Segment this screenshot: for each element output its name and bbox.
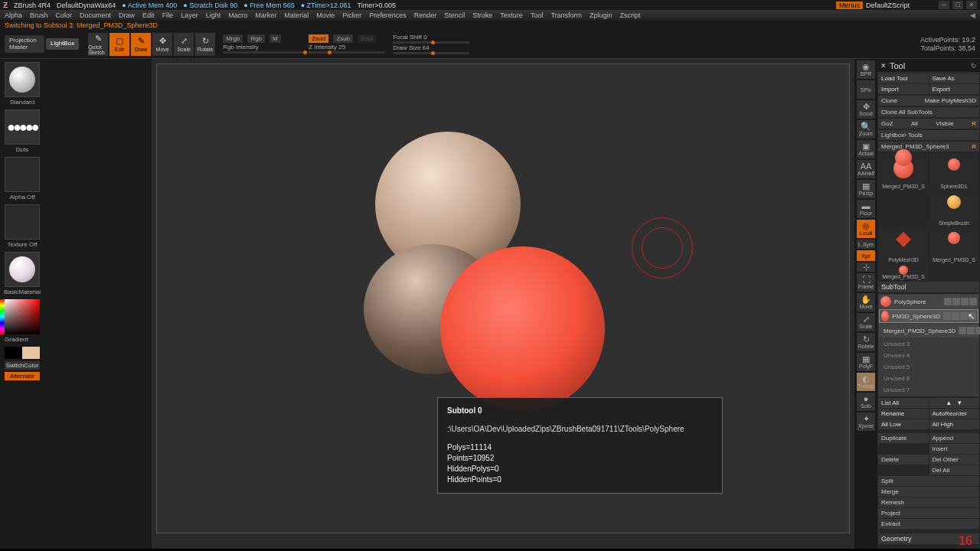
menu-tool[interactable]: Tool <box>531 11 544 19</box>
make-polymesh-button[interactable]: Make PolyMesh3D <box>925 97 976 104</box>
menu-stroke[interactable]: Stroke <box>472 11 492 19</box>
reorder-arrows[interactable]: ▲▼ <box>929 398 980 408</box>
gradient-swatch[interactable] <box>5 347 40 359</box>
list-all-button[interactable]: List All <box>878 398 929 408</box>
minimize-button[interactable]: – <box>939 1 949 9</box>
export-button[interactable]: Export <box>929 84 980 94</box>
zoom-button[interactable]: 🔍Zoom <box>857 120 875 139</box>
scroll-button[interactable]: ✥Scroll <box>857 100 875 119</box>
duplicate-button[interactable]: Duplicate <box>878 433 929 443</box>
menu-zplugin[interactable]: Zplugin <box>590 11 612 19</box>
quicksketch-button[interactable]: ✎Quick Sketch <box>88 33 108 56</box>
menu-macro[interactable]: Macro <box>228 11 247 19</box>
tray-toggle-icon[interactable]: ◀ <box>970 11 975 19</box>
zadd-button[interactable]: Zadd <box>309 34 328 43</box>
nav-rotate-button[interactable]: ↻Rotate <box>857 333 875 351</box>
lightbox-button[interactable]: LightBox <box>46 38 79 50</box>
aahalf-button[interactable]: AAAAHalf <box>857 160 875 178</box>
menu-alpha[interactable]: Alpha <box>5 11 22 19</box>
load-tool-button[interactable]: Load Tool <box>878 73 929 83</box>
menu-color[interactable]: Color <box>56 11 73 19</box>
frame-button[interactable]: ⛶Frame <box>857 273 875 292</box>
mrgb-button[interactable]: Mrgb <box>223 34 243 43</box>
menu-marker[interactable]: Marker <box>255 11 276 19</box>
color-picker[interactable] <box>5 299 40 334</box>
menu-transform[interactable]: Transform <box>550 11 582 19</box>
subtool-row-0[interactable]: PolySphere <box>879 295 978 308</box>
lsym-button[interactable]: L.Sym <box>857 240 875 249</box>
goz-r-button[interactable]: R <box>972 120 976 127</box>
transp-button[interactable]: ◐Transp <box>857 373 875 391</box>
persp-button[interactable]: ▦Persp <box>857 180 875 198</box>
thumb-polymesh[interactable]: PolyMesh3D <box>879 227 928 262</box>
viewport[interactable]: Subtool 0 :\Users\OA\Dev\UploadedZips\ZB… <box>156 64 850 533</box>
switchcolor-button[interactable]: SwitchColor <box>5 361 40 370</box>
tool-reset-icon[interactable]: ↻ <box>971 62 977 70</box>
focal-shift-slider[interactable] <box>393 41 469 44</box>
projection-master-button[interactable]: Projection Master <box>5 35 44 54</box>
alternate-button[interactable]: Alternate <box>5 372 40 380</box>
zcut-button[interactable]: Zcut <box>358 34 376 43</box>
goz-button[interactable]: GoZ <box>881 120 893 127</box>
clone-all-button[interactable]: Clone All SubTools <box>881 109 933 116</box>
rename-button[interactable]: Rename <box>878 409 929 419</box>
menu-light[interactable]: Light <box>206 11 221 19</box>
thumb-sphere3d[interactable]: Sphere3D1 <box>929 154 978 189</box>
draw-size-slider[interactable] <box>393 52 469 54</box>
solo-button[interactable]: ●Solo <box>857 393 875 411</box>
thumb-merged[interactable]: Merged_PM3D_S <box>879 154 928 189</box>
goz-visible-button[interactable]: Visible <box>936 120 953 127</box>
split-button[interactable]: Split <box>878 476 979 486</box>
menu-material[interactable]: Material <box>284 11 309 19</box>
menu-document[interactable]: Document <box>80 11 111 19</box>
all-high-button[interactable]: All High <box>929 419 980 429</box>
project-button[interactable]: Project <box>878 508 979 518</box>
delete-button[interactable]: Delete <box>878 455 929 465</box>
subtool-row-2[interactable]: Merged_PM3D_Sphere3D <box>879 324 978 337</box>
bpr-button[interactable]: ◉BPR <box>857 60 875 79</box>
menu-render[interactable]: Render <box>414 11 437 19</box>
extract-button[interactable]: Extract <box>878 519 979 529</box>
subtool-header[interactable]: SubTool <box>878 282 979 292</box>
move-button[interactable]: ✥Move <box>152 33 172 56</box>
menu-movie[interactable]: Movie <box>316 11 335 19</box>
menu-stencil[interactable]: Stencil <box>444 11 465 19</box>
current-tool-r[interactable]: R <box>972 143 976 150</box>
edit-button[interactable]: ▢Edit <box>109 33 129 56</box>
scale-button[interactable]: ⤢Scale <box>174 33 194 56</box>
menu-picker[interactable]: Picker <box>342 11 361 19</box>
texture-swatch[interactable] <box>5 204 40 240</box>
goz-all-button[interactable]: All <box>911 120 918 127</box>
menu-layer[interactable]: Layer <box>181 11 198 19</box>
close-button[interactable]: × <box>966 1 977 9</box>
rgb-button[interactable]: Rgb <box>247 34 265 43</box>
stroke-swatch[interactable]: ●●●●● <box>5 109 40 145</box>
del-other-button[interactable]: Del Other <box>929 455 980 465</box>
spix-button[interactable]: SPix <box>857 80 875 99</box>
remesh-button[interactable]: Remesh <box>878 497 979 507</box>
merge-button[interactable]: Merge <box>878 487 979 497</box>
save-as-button[interactable]: Save As <box>929 73 980 83</box>
floor-button[interactable]: ▬Floor <box>857 200 875 218</box>
axis-button[interactable]: ⊹ <box>857 262 875 272</box>
thumb-merged3[interactable]: Merged_PM3D_S <box>879 264 928 279</box>
draw-button[interactable]: ✎Draw <box>131 33 151 56</box>
alpha-swatch[interactable] <box>5 157 40 192</box>
rotate-button[interactable]: ↻Rotate <box>195 33 215 56</box>
lightbox-tools-button[interactable]: Lightbox› Tools <box>881 132 923 139</box>
local-button[interactable]: ◎Local <box>857 220 875 238</box>
maximize-button[interactable]: □ <box>952 1 963 9</box>
autoreorder-button[interactable]: AutoReorder <box>929 409 980 419</box>
insert-button[interactable]: Insert <box>929 444 980 454</box>
m-button[interactable]: M <box>270 34 281 43</box>
thumb-merged2[interactable]: Merged_PM3D_S <box>929 227 978 262</box>
hue-strip[interactable] <box>0 299 5 334</box>
import-button[interactable]: Import <box>878 84 929 94</box>
polyf-button[interactable]: ▦PolyF <box>857 353 875 371</box>
menu-brush[interactable]: Brush <box>30 11 48 19</box>
append-button[interactable]: Append <box>929 433 980 443</box>
material-swatch[interactable] <box>5 252 40 287</box>
menu-edit[interactable]: Edit <box>142 11 155 19</box>
tool-close-icon[interactable]: ✕ <box>880 62 887 70</box>
nav-scale-button[interactable]: ⤢Scale <box>857 313 875 331</box>
